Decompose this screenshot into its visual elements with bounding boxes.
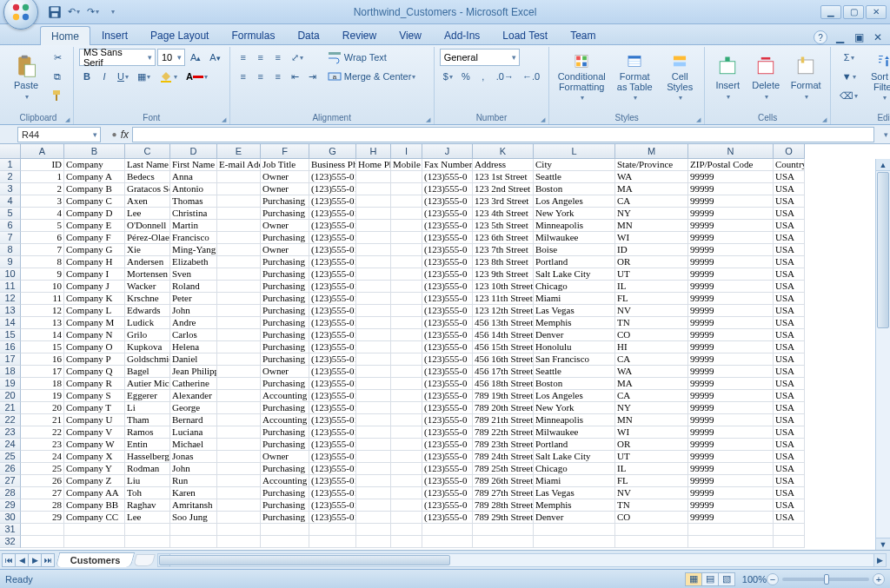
cell[interactable] [356,353,391,366]
cell[interactable]: USA [774,183,805,195]
cell[interactable]: Las Vegas [534,305,615,317]
cell[interactable] [391,463,422,475]
cell[interactable]: FL [615,475,688,487]
cell[interactable]: (123)555-0100 [309,414,356,426]
cell[interactable]: 26 [21,475,64,487]
row-header[interactable]: 29 [0,499,21,512]
cell[interactable]: (123)555-0100 [309,390,356,402]
row-header[interactable]: 9 [0,256,21,268]
cell[interactable] [356,463,391,475]
cell[interactable]: Entin [125,439,170,451]
cell[interactable]: (123)555-0 [422,244,473,256]
workbook-restore-button[interactable]: ▣ [852,30,866,44]
align-bottom-icon[interactable]: ≡ [270,49,286,66]
cell[interactable]: Boston [534,378,615,390]
cell[interactable]: Los Angeles [534,195,615,208]
cell[interactable]: Owner [261,366,309,378]
tab-nav-last-icon[interactable]: ⏭ [41,553,55,567]
cell[interactable]: Las Vegas [534,487,615,499]
cell[interactable]: TN [615,317,688,329]
cell[interactable]: (123)555-0100 [309,305,356,317]
cell[interactable]: Purchasing [261,195,309,208]
cell[interactable]: Portland [534,256,615,268]
cell[interactable]: 456 17th Street [473,366,534,378]
cell[interactable]: Company K [64,293,125,305]
cell[interactable]: First Name [170,159,217,171]
cell[interactable]: Address [473,159,534,171]
row-header[interactable]: 16 [0,341,21,353]
cell[interactable]: USA [774,439,805,451]
view-normal-icon[interactable]: ▦ [685,572,702,586]
cell[interactable]: USA [774,341,805,353]
cell[interactable]: NV [615,487,688,499]
cell[interactable]: Company [64,159,125,171]
align-left-icon[interactable]: ≡ [236,68,251,85]
cell[interactable]: UT [615,451,688,463]
underline-icon[interactable]: U▾ [114,68,132,85]
cell[interactable]: (123)555-0 [422,208,473,220]
cell[interactable] [217,402,261,414]
select-all-corner[interactable] [0,144,21,159]
cell[interactable] [391,353,422,366]
cell[interactable] [217,475,261,487]
horizontal-scroll-thumb[interactable] [159,555,450,565]
row-header[interactable]: 31 [0,524,21,536]
cell[interactable]: 123 1st Street [473,171,534,183]
cell[interactable] [391,536,422,548]
cell[interactable] [391,220,422,232]
row-header[interactable]: 4 [0,195,21,208]
cell[interactable]: New York [534,208,615,220]
cell[interactable] [356,390,391,402]
cell[interactable] [391,195,422,208]
align-middle-icon[interactable]: ≡ [253,49,269,66]
cell[interactable]: 99999 [688,341,774,353]
cell[interactable]: 99999 [688,281,774,293]
column-header-L[interactable]: L [534,144,615,159]
cell[interactable]: (123)555-0 [422,487,473,499]
close-button[interactable]: ✕ [866,5,887,19]
cell[interactable] [391,293,422,305]
cell[interactable] [391,232,422,244]
cell[interactable]: 123 9th Street [473,268,534,281]
cell[interactable]: E-mail Address [217,159,261,171]
cell[interactable] [217,244,261,256]
cell[interactable]: USA [774,317,805,329]
row-header[interactable]: 17 [0,353,21,366]
cell[interactable]: Company Y [64,463,125,475]
cell[interactable]: Company L [64,305,125,317]
cell[interactable] [217,220,261,232]
cell[interactable]: (123)555-0100 [309,183,356,195]
cell[interactable] [217,487,261,499]
cell[interactable] [217,305,261,317]
cell[interactable]: (123)555-0100 [309,353,356,366]
cell[interactable]: 9 [21,268,64,281]
row-header[interactable]: 14 [0,317,21,329]
cell[interactable]: Toh [125,487,170,499]
cell[interactable]: Purchasing [261,499,309,512]
cell[interactable]: 99999 [688,426,774,439]
cell[interactable]: Bagel [125,366,170,378]
cell[interactable] [217,512,261,524]
column-header-B[interactable]: B [64,144,125,159]
cell[interactable]: (123)555-0100 [309,402,356,414]
ribbon-tab-add-ins[interactable]: Add-Ins [433,25,491,44]
minimize-button[interactable]: ▁ [820,5,841,19]
cell[interactable]: (123)555-0100 [309,171,356,183]
cell[interactable] [217,378,261,390]
cell[interactable] [356,220,391,232]
cell[interactable]: USA [774,293,805,305]
cell[interactable] [356,244,391,256]
cell[interactable]: (123)555-0 [422,463,473,475]
align-top-icon[interactable]: ≡ [236,49,251,66]
cell[interactable] [217,293,261,305]
cell[interactable]: (123)555-0 [422,220,473,232]
cell[interactable]: Purchasing [261,293,309,305]
cell[interactable]: 123 11th Street [473,293,534,305]
zoom-out-button[interactable]: − [767,573,779,585]
cell[interactable]: Gratacos Solsona [125,183,170,195]
cell[interactable]: Ramos [125,426,170,439]
increase-font-icon[interactable]: A▴ [187,49,204,66]
conditional-formatting-button[interactable]: Conditional Formatting▾ [555,49,608,106]
cell[interactable]: Chicago [534,463,615,475]
cell[interactable]: (123)555-0100 [309,244,356,256]
